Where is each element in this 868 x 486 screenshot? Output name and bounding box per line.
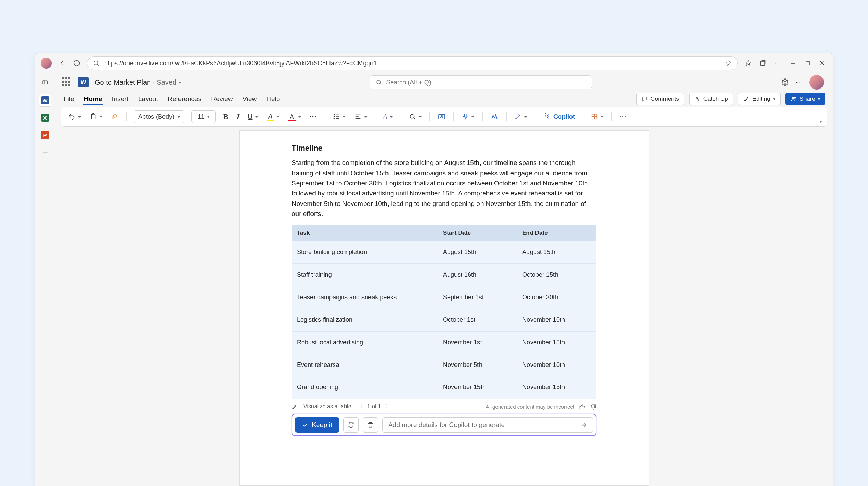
rail-add-button[interactable]: ＋ (39, 146, 51, 159)
editor-button[interactable] (490, 111, 499, 122)
thumbs-up-icon[interactable] (579, 404, 585, 410)
accessibility-button[interactable] (437, 111, 446, 122)
discard-button[interactable] (363, 417, 378, 433)
app-rail: W X P ＋ (35, 73, 55, 486)
table-row[interactable]: Event rehearsalNovember 5thNovember 10th (292, 354, 596, 376)
dictate-button[interactable] (461, 111, 475, 122)
ribbon-overflow-icon[interactable]: ··· (619, 112, 627, 122)
designer-button[interactable] (514, 111, 528, 122)
table-cell: August 15th (438, 241, 517, 264)
italic-button[interactable]: I (236, 111, 240, 123)
table-cell: October 30th (517, 286, 596, 309)
bold-button[interactable]: B (223, 111, 229, 123)
styles-button[interactable]: A (382, 111, 394, 123)
settings-icon[interactable] (781, 78, 789, 86)
rail-tab-word[interactable]: W (39, 94, 51, 107)
font-color-button[interactable]: A (287, 112, 302, 122)
share-button[interactable]: Share ▾ (785, 93, 825, 105)
keep-it-button[interactable]: Keep it (295, 417, 339, 433)
search-icon (376, 79, 382, 85)
table-cell: November 15th (517, 331, 596, 354)
svg-point-14 (334, 118, 334, 119)
address-bar[interactable]: https://onedrive.live.com/:w:/t/EaCKkPs6… (87, 56, 738, 70)
rail-tab-excel[interactable]: X (39, 111, 51, 124)
more-icon[interactable]: ··· (796, 79, 802, 85)
menu-view[interactable]: View (242, 93, 257, 105)
bullets-button[interactable] (332, 111, 347, 122)
back-icon[interactable] (58, 59, 66, 67)
find-button[interactable] (408, 111, 423, 122)
browser-more-icon[interactable]: ··· (773, 59, 782, 67)
font-selector[interactable]: Aptos (Body) ▾ (134, 110, 184, 123)
more-formatting-icon[interactable]: ··· (309, 112, 318, 122)
section-heading: Timeline (292, 142, 596, 154)
table-row[interactable]: Grand openingNovember 15thNovember 15th (292, 376, 596, 399)
regenerate-button[interactable] (343, 417, 359, 433)
menu-file[interactable]: File (63, 93, 75, 105)
svg-rect-22 (595, 117, 597, 119)
qr-icon[interactable] (725, 60, 732, 67)
font-size-selector[interactable]: 11 ▾ (191, 110, 216, 123)
table-row[interactable]: Robust local advertisingNovember 1stNove… (292, 331, 596, 354)
underline-button[interactable]: U (247, 111, 259, 122)
copilot-button[interactable]: Copilot (542, 111, 576, 122)
document-title[interactable]: Go to Market Plan · Saved ▾ (95, 78, 181, 86)
copilot-action-bar: Keep it Add more details for Copilot to … (292, 414, 596, 436)
profile-avatar[interactable] (41, 58, 52, 69)
table-row[interactable]: Staff trainingAugust 16thOctober 15th (292, 263, 596, 286)
document-page[interactable]: Timeline Starting from the completion of… (239, 130, 649, 486)
paste-button[interactable] (89, 111, 103, 122)
copilot-input[interactable]: Add more details for Copilot to generate… (382, 417, 593, 433)
menu-insert[interactable]: Insert (111, 93, 129, 105)
thumbs-down-icon[interactable] (590, 404, 596, 410)
format-painter-button[interactable] (110, 111, 119, 122)
menu-layout[interactable]: Layout (137, 93, 159, 105)
catch-up-button[interactable]: Catch Up (689, 93, 733, 105)
undo-button[interactable] (67, 111, 82, 122)
next-suggestion-icon[interactable]: 〉 (385, 402, 391, 411)
table-cell: Event rehearsal (292, 354, 438, 376)
ribbon-collapse-icon[interactable]: ▾ (820, 119, 822, 124)
editing-mode-button[interactable]: Editing ▾ (738, 93, 781, 105)
send-icon[interactable]: ➜ (581, 419, 587, 431)
search-input[interactable]: Search (Alt + Q) (370, 75, 592, 89)
copilot-meta-row: Visualize as a table 〈 1 of 1 〉 AI-gener… (292, 402, 596, 411)
rail-tab-workspace[interactable] (39, 77, 51, 89)
table-row[interactable]: Store building completionAugust 15thAugu… (292, 241, 596, 264)
menu-references[interactable]: References (167, 93, 202, 105)
rail-tab-powerpoint[interactable]: P (39, 129, 51, 141)
minimize-button[interactable] (791, 61, 795, 66)
account-avatar[interactable] (809, 75, 824, 90)
chevron-down-icon: ▾ (207, 114, 209, 119)
pencil-icon (292, 404, 297, 410)
comments-button[interactable]: Comments (636, 93, 684, 105)
browser-top-bar: https://onedrive.live.com/:w:/t/EaCKkPs6… (35, 53, 833, 73)
menu-home[interactable]: Home (83, 93, 103, 105)
svg-rect-2 (760, 61, 765, 66)
prev-suggestion-icon[interactable]: 〈 (358, 402, 363, 411)
highlight-button[interactable]: A (266, 112, 281, 122)
table-row[interactable]: Teaser campaigns and sneak peeksSeptembe… (292, 286, 596, 309)
chevron-down-icon: ▾ (818, 97, 820, 101)
table-row[interactable]: Logistics finalizationOctober 1stNovembe… (292, 309, 596, 331)
close-button[interactable] (820, 61, 825, 66)
maximize-button[interactable] (805, 61, 810, 66)
copilot-icon (543, 113, 551, 120)
menu-help[interactable]: Help (266, 93, 281, 105)
align-button[interactable] (353, 111, 368, 122)
copilot-prompt-label[interactable]: Visualize as a table (303, 402, 351, 411)
app-launcher-icon[interactable] (62, 77, 72, 87)
collections-icon[interactable] (759, 59, 767, 67)
favorite-icon[interactable] (744, 59, 752, 67)
pencil-icon (743, 96, 750, 102)
table-cell: November 15th (438, 376, 517, 399)
svg-point-7 (784, 81, 786, 83)
refresh-icon[interactable] (73, 59, 81, 67)
ai-disclaimer: AI-generated content may be incorrect (486, 403, 574, 411)
svg-point-15 (410, 115, 414, 118)
add-ins-button[interactable] (590, 111, 604, 122)
svg-point-9 (794, 97, 796, 98)
comment-icon (642, 96, 648, 102)
menu-review[interactable]: Review (210, 93, 233, 105)
timeline-table[interactable]: Task Start Date End Date Store building … (292, 225, 596, 399)
